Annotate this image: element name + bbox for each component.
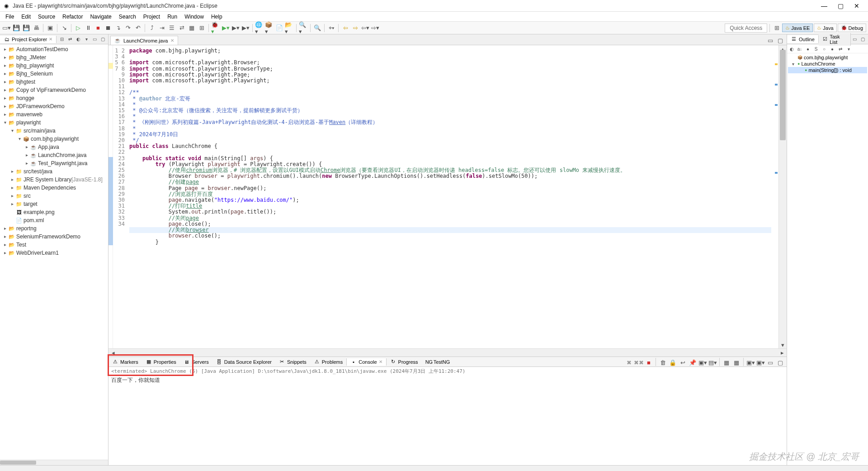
print-button[interactable]: 🖶: [32, 24, 41, 33]
menu-run[interactable]: Run: [164, 13, 181, 21]
tree-item[interactable]: ▸📂Bjhg_Selenium: [0, 70, 108, 78]
expand-icon[interactable]: ▾: [9, 127, 15, 134]
task-list-tab[interactable]: ☑ Task List: [819, 33, 851, 46]
expand-icon[interactable]: ▾: [2, 119, 8, 126]
expand-icon[interactable]: ▸: [2, 241, 8, 248]
show-standard-button[interactable]: ▣▾: [746, 358, 755, 367]
menu-navigate[interactable]: Navigate: [86, 13, 115, 21]
outline-item[interactable]: 📦com.bjhg.playwright: [788, 54, 867, 61]
tree-item[interactable]: ▸📁Maven Dependencies: [0, 184, 108, 192]
word-wrap-button[interactable]: ↩: [678, 358, 687, 367]
hide-static-button[interactable]: S: [812, 45, 820, 52]
hide-local-button[interactable]: ●: [829, 45, 836, 52]
close-icon[interactable]: ✕: [170, 38, 174, 43]
link-outline-button[interactable]: ⇄: [837, 45, 844, 52]
tb-btn[interactable]: ⊞: [197, 24, 206, 33]
collapse-all-button[interactable]: ⊟: [58, 36, 66, 43]
new-dynamic-web-button[interactable]: 📂▾: [285, 24, 294, 33]
search-button[interactable]: 🔍: [313, 24, 322, 33]
maximize-button[interactable]: ▢: [836, 2, 844, 10]
remove-all-button[interactable]: ✖✖: [634, 358, 643, 367]
show-console-button[interactable]: ▦: [722, 358, 731, 367]
sort-button[interactable]: a↓: [796, 45, 803, 52]
pin-console-button[interactable]: 📌: [688, 358, 697, 367]
menu-file[interactable]: File: [2, 13, 18, 21]
expand-icon[interactable]: ▸: [9, 200, 15, 208]
back-button[interactable]: ⇦: [341, 24, 350, 33]
menu-edit[interactable]: Edit: [18, 13, 34, 21]
hide-fields-button[interactable]: ●: [804, 45, 811, 52]
tree-item[interactable]: ▾📦com.bjhg.playwright: [0, 135, 108, 143]
remove-launch-button[interactable]: ✖: [624, 358, 633, 367]
scroll-right-button[interactable]: ▸: [778, 348, 787, 357]
minimize-button[interactable]: —: [820, 2, 828, 10]
open-console-button[interactable]: ▤▾: [708, 358, 717, 367]
tree-item[interactable]: ▸📁src: [0, 192, 108, 200]
close-button[interactable]: ✕: [853, 2, 861, 10]
expand-icon[interactable]: ▸: [2, 103, 8, 110]
new-server-button[interactable]: 🌐▾: [255, 24, 264, 33]
tree-item[interactable]: 📄pom.xml: [0, 216, 108, 224]
tree-item[interactable]: ▸📂hongge: [0, 94, 108, 102]
expand-icon[interactable]: ▸: [2, 249, 8, 257]
expand-icon[interactable]: ▸: [2, 225, 8, 232]
step-return-button[interactable]: ↶: [133, 24, 142, 33]
run-last-button[interactable]: ▶▾: [241, 24, 250, 33]
outline-item[interactable]: ●main(String[]) : void: [788, 67, 867, 73]
outline-menu-button[interactable]: ▾: [845, 45, 852, 52]
expand-icon[interactable]: ▸: [24, 160, 30, 167]
bottom-tab-properties[interactable]: ▦Properties: [142, 358, 180, 366]
expand-icon[interactable]: ▸: [9, 168, 15, 175]
close-icon[interactable]: ✕: [49, 37, 52, 42]
tree-item[interactable]: ▸☕App.java: [0, 143, 108, 151]
minimize-editor-button[interactable]: ▭: [766, 36, 775, 45]
focus-active-task-button[interactable]: ◐: [788, 45, 795, 52]
editor-tab-launchchrome[interactable]: ☕ LaunchChrome.java ✕: [110, 36, 178, 45]
tree-item[interactable]: ▸📂bjhgtest: [0, 78, 108, 86]
perspective-debug[interactable]: 🐞Debug: [838, 24, 866, 32]
tree-item[interactable]: ▸📁target: [0, 200, 108, 208]
tree-item[interactable]: 🖼example.png: [0, 208, 108, 216]
build-button[interactable]: ▣: [46, 24, 55, 33]
skip-button[interactable]: ↘: [60, 24, 69, 33]
tree-item[interactable]: ▸📂Copy of VipFrameworkDemo: [0, 86, 108, 94]
bottom-tab-snippets[interactable]: ✂Snippets: [275, 358, 310, 366]
expand-icon[interactable]: ▸: [24, 152, 30, 159]
menu-project[interactable]: Project: [140, 13, 164, 21]
menu-window[interactable]: Window: [181, 13, 208, 21]
tree-item[interactable]: ▸📂WebDriverLearn1: [0, 249, 108, 257]
bottom-tab-progress[interactable]: ↻Progress: [387, 358, 422, 366]
minimize-panel-button[interactable]: ▭: [766, 358, 775, 367]
show-console-err-button[interactable]: ▦: [732, 358, 741, 367]
tree-item[interactable]: ▾📁src/main/java: [0, 127, 108, 135]
scroll-left-button[interactable]: ◂: [108, 348, 118, 357]
tb-btn[interactable]: ▦: [187, 24, 196, 33]
expand-icon[interactable]: ▸: [2, 78, 8, 86]
save-button[interactable]: 💾: [12, 24, 21, 33]
tree-scrollbar-h[interactable]: [0, 460, 108, 465]
coverage-button[interactable]: ▶▾: [231, 24, 240, 33]
new-plugin-button[interactable]: 📦▾: [265, 24, 274, 33]
code-editor[interactable]: 1 2 3 4 5 6 7 8 9 10 11 12 13 14 15 16 1…: [108, 45, 787, 348]
editor-scrollbar-h[interactable]: ◂ ▸: [108, 348, 787, 357]
menu-refactor[interactable]: Refactor: [59, 13, 86, 21]
expand-icon[interactable]: ▸: [24, 143, 30, 151]
clear-console-button[interactable]: 🗑: [658, 358, 667, 367]
use-step-filters-button[interactable]: ⇥: [157, 24, 166, 33]
tree-item[interactable]: ▸☕LaunchChrome.java: [0, 151, 108, 159]
code-content[interactable]: package com.bjhg.playwright; import com.…: [127, 45, 771, 348]
expand-icon[interactable]: ▸: [9, 184, 15, 191]
drop-frame-button[interactable]: ⤴: [147, 24, 156, 33]
save-all-button[interactable]: 💾: [22, 24, 31, 33]
step-into-button[interactable]: ↴: [113, 24, 123, 33]
maximize-editor-button[interactable]: ▢: [776, 36, 785, 45]
next-edit-button[interactable]: ⇨▾: [371, 24, 380, 33]
editor-scrollbar-v[interactable]: ▴ ▾: [778, 45, 787, 348]
bottom-tab-problems[interactable]: ⚠Problems: [310, 358, 346, 366]
hide-non-public-button[interactable]: ○: [821, 45, 828, 52]
display-console-button[interactable]: ▣▾: [698, 358, 707, 367]
tree-item[interactable]: ▸📁JRE System Library [JavaSE-1.8]: [0, 176, 108, 184]
disconnect-button[interactable]: ⏹: [104, 24, 113, 33]
project-explorer-tab[interactable]: 🗂 Project Explorer ✕: [0, 36, 57, 43]
bottom-tab-servers[interactable]: 🖥Servers: [180, 358, 212, 366]
